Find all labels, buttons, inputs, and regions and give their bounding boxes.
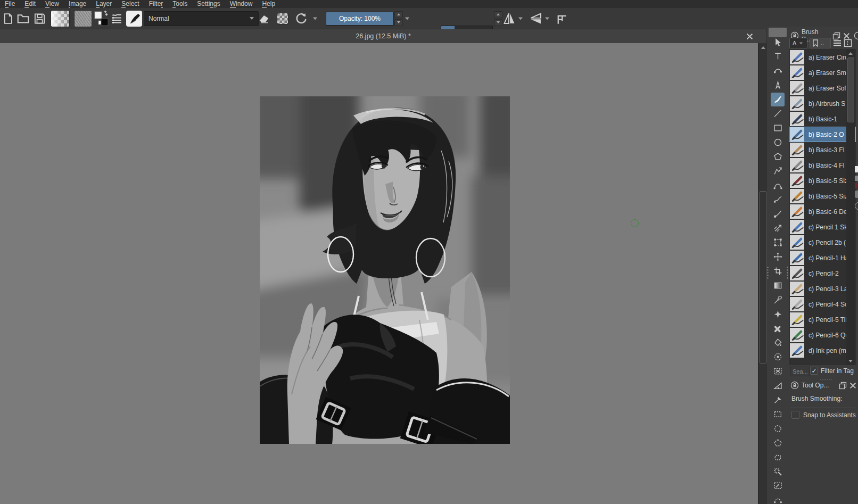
docker-close-icon[interactable]	[849, 382, 856, 389]
size-spin-up[interactable]	[494, 11, 502, 18]
tool-reference-images[interactable]	[771, 365, 785, 378]
tool-measure[interactable]	[771, 379, 785, 393]
preset-detail-view-icon[interactable]	[844, 39, 852, 47]
list-scroll-up-icon[interactable]	[846, 49, 855, 57]
tool-bezier-curve[interactable]	[771, 178, 785, 192]
tool-calligraphy[interactable]	[771, 78, 785, 92]
tool-freehand-path[interactable]	[771, 193, 785, 206]
tool-crop[interactable]	[771, 264, 785, 278]
reload-options-chevron-icon[interactable]	[313, 17, 317, 20]
tool-dynamic-brush[interactable]	[771, 207, 785, 221]
mirror-vertical-chevron-icon[interactable]	[518, 17, 523, 20]
menu-view[interactable]: View	[40, 0, 64, 8]
tool-fill[interactable]	[771, 336, 785, 350]
menu-filter[interactable]: Filter	[144, 0, 168, 8]
color-sampler-icon	[773, 295, 782, 304]
scroll-up-icon[interactable]	[759, 44, 767, 51]
list-scroll-down-icon[interactable]	[846, 357, 855, 365]
canvas-viewport[interactable]	[0, 43, 758, 504]
tool-select-elliptical[interactable]	[771, 422, 785, 435]
docker-lock-icon[interactable]	[790, 381, 799, 390]
select-bezier-icon	[773, 495, 782, 504]
tag-bookmark-button[interactable]: ..	[810, 38, 831, 48]
menu-tools[interactable]: Tools	[168, 0, 192, 8]
menu-image[interactable]: Image	[64, 0, 91, 8]
tool-polygon[interactable]	[771, 150, 785, 163]
filter-in-tag-checkbox[interactable]: ✓	[810, 367, 818, 375]
tool-select-bezier[interactable]	[771, 493, 785, 504]
select-rectangular-icon	[773, 410, 782, 419]
tool-select-contiguous[interactable]	[771, 465, 785, 478]
tool-line[interactable]	[771, 107, 785, 121]
brush-preset-editor-icon[interactable]	[126, 11, 142, 27]
opacity-slider-label: Opacity: 100%	[326, 12, 393, 25]
gradient-chooser[interactable]	[51, 10, 70, 27]
tool-select-rectangular[interactable]	[771, 407, 785, 421]
tool-ellipse[interactable]	[771, 135, 785, 149]
tool-select-freehand[interactable]	[771, 450, 785, 464]
size-spinner[interactable]	[494, 11, 502, 26]
size-spin-down[interactable]	[494, 19, 502, 26]
list-scrollbar-thumb[interactable]	[847, 57, 854, 122]
menu-select[interactable]: Select	[117, 0, 144, 8]
opacity-spin-up[interactable]	[394, 11, 403, 18]
brush-preset-thumbnail	[790, 50, 804, 64]
preserve-alpha-icon[interactable]	[277, 13, 288, 24]
menu-edit[interactable]: Edit	[20, 0, 40, 8]
menu-help[interactable]: Help	[257, 0, 280, 8]
tool-polyline[interactable]	[771, 164, 785, 178]
tool-smart-patch[interactable]	[771, 321, 785, 335]
canvas-vertical-scrollbar[interactable]	[758, 43, 767, 504]
document-title[interactable]: 26.jpg (12.5 MiB) *	[0, 29, 766, 43]
snap-to-assistants-checkbox[interactable]: ✓	[791, 411, 799, 419]
mirror-vertical-axis-icon[interactable]	[502, 12, 516, 26]
tool-move[interactable]	[771, 250, 785, 264]
menu-settings[interactable]: Settings	[192, 0, 225, 8]
open-document-icon[interactable]	[16, 12, 30, 25]
brush-list-scrollbar[interactable]	[846, 49, 855, 365]
eraser-mode-icon[interactable]	[258, 12, 270, 25]
menu-file[interactable]: File	[0, 0, 20, 8]
tool-select-polygonal[interactable]	[771, 436, 785, 450]
tool-freehand-brush[interactable]	[771, 93, 785, 106]
tool-edit-shapes[interactable]	[771, 64, 785, 78]
tool-gradient[interactable]	[771, 278, 785, 292]
mirror-horizontal-axis-icon[interactable]	[529, 12, 543, 26]
new-document-icon[interactable]	[2, 12, 14, 25]
docker-float-icon[interactable]	[839, 382, 847, 390]
tool-assistants[interactable]	[771, 393, 785, 407]
brush-search-input[interactable]: Sea...	[790, 367, 810, 376]
tool-color-sampler[interactable]	[771, 293, 785, 307]
tool-options-grip-dots[interactable]	[820, 378, 832, 380]
foreground-background-colors[interactable]	[94, 10, 109, 27]
tool-transform[interactable]	[771, 236, 785, 250]
tag-filter-select[interactable]: A	[789, 38, 807, 48]
tool-select-similar-color[interactable]	[771, 479, 785, 493]
menu-layer[interactable]: Layer	[91, 0, 117, 8]
pattern-chooser[interactable]	[74, 10, 92, 27]
blending-mode-select[interactable]: Normal	[144, 11, 259, 26]
tool-multibrush[interactable]	[771, 221, 785, 235]
list-view-mode-icon[interactable]	[833, 39, 842, 47]
opacity-options-chevron-icon[interactable]	[405, 17, 409, 20]
save-icon[interactable]	[34, 12, 46, 25]
tool-rectangle[interactable]	[771, 121, 785, 135]
opacity-spin-down[interactable]	[394, 19, 403, 26]
mirror-horizontal-chevron-icon[interactable]	[545, 17, 549, 20]
brush-settings-toggle-icon[interactable]	[110, 12, 123, 25]
tab-close-icon[interactable]	[744, 31, 755, 42]
polygon-icon	[773, 152, 782, 161]
opacity-spinner[interactable]	[394, 11, 403, 26]
docker-splitter-handle[interactable]	[787, 266, 788, 280]
menu-window[interactable]: Window	[225, 0, 258, 8]
grayscale-portrait-painting[interactable]	[260, 96, 510, 444]
toolbox-drag-handle[interactable]	[767, 266, 769, 280]
tool-pointer-select[interactable]	[771, 35, 785, 49]
canvas-scrollbar-thumb[interactable]	[760, 191, 766, 363]
opacity-slider[interactable]: Opacity: 100%	[326, 12, 394, 26]
reload-original-preset-icon[interactable]	[294, 12, 308, 26]
tool-text[interactable]	[771, 49, 785, 63]
wrap-around-mode-icon[interactable]	[555, 12, 567, 25]
tool-colorize-mask[interactable]	[771, 307, 785, 321]
tool-enclose-fill[interactable]	[771, 350, 785, 364]
